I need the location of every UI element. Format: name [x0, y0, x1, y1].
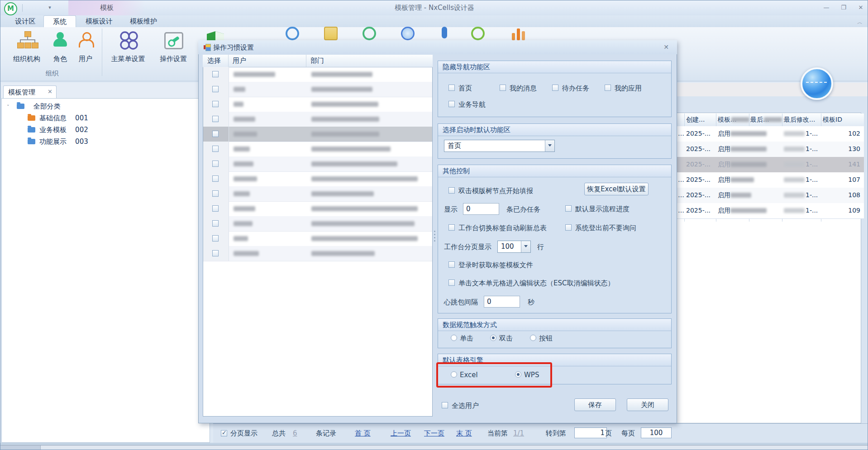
checkbox-dblclick-fill-label[interactable]: 双击模版树节点开始填报	[458, 187, 533, 195]
row-checkbox[interactable]	[212, 146, 219, 152]
checkbox-select-all-users[interactable]	[442, 402, 448, 408]
row-checkbox[interactable]	[212, 235, 219, 242]
tree-item-all-categories[interactable]: ˅ 全部分类	[7, 102, 61, 111]
user-row[interactable]	[203, 142, 432, 157]
chevron-down-icon[interactable]: ˅	[7, 104, 10, 110]
close-button[interactable]: ✕	[854, 4, 868, 12]
row-checkbox[interactable]	[212, 131, 219, 137]
paged-display-checkbox[interactable]	[221, 430, 227, 436]
checkbox-no-ask-logout-label[interactable]: 系统登出前不要询问	[575, 224, 636, 232]
org-structure-button[interactable]: 组织机构	[6, 28, 48, 66]
heartbeat-interval-input[interactable]	[484, 296, 520, 308]
radio-button-trigger-label[interactable]: 按钮	[539, 334, 553, 343]
tab-template-maintain[interactable]: 模板维护	[122, 15, 165, 27]
checkbox-home[interactable]	[448, 85, 455, 91]
row-checkbox[interactable]	[212, 71, 219, 77]
chevron-down-icon[interactable]	[521, 241, 530, 252]
checkbox-fetch-template[interactable]	[448, 261, 455, 268]
table-row[interactable]: … 2025-... 启用 1-... 102	[677, 126, 864, 142]
row-checkbox[interactable]	[212, 190, 219, 197]
prev-page-link[interactable]: 上一页	[391, 429, 411, 438]
col-user[interactable]: 用户	[233, 57, 246, 65]
user-row-selected[interactable]	[203, 127, 432, 142]
user-row[interactable]	[203, 97, 432, 112]
user-row[interactable]	[203, 112, 432, 127]
goto-page-input[interactable]	[574, 427, 607, 438]
checkbox-default-progress-label[interactable]: 默认显示流程进度	[575, 205, 630, 213]
checkbox-auto-refresh-label[interactable]: 工作台切换标签自动刷新总表	[458, 224, 547, 232]
checkbox-no-ask-logout[interactable]	[565, 224, 572, 231]
close-tab-icon[interactable]: ✕	[48, 88, 52, 95]
row-checkbox[interactable]	[212, 250, 219, 256]
row-checkbox[interactable]	[212, 116, 219, 122]
collapse-ribbon-icon[interactable]: ︿	[857, 19, 863, 26]
radio-single-click-label[interactable]: 单击	[460, 334, 473, 343]
table-row[interactable]: … 2025-... 启用 1-... 109	[677, 203, 864, 219]
row-checkbox[interactable]	[212, 161, 219, 167]
operation-settings-button[interactable]: 操作设置	[153, 28, 193, 66]
user-row[interactable]	[203, 216, 432, 232]
user-row[interactable]	[203, 246, 432, 261]
col-select[interactable]: 选择	[207, 57, 221, 65]
tab-template-design[interactable]: 模板设计	[77, 15, 121, 27]
checkbox-my-apps-label[interactable]: 我的应用	[615, 84, 642, 93]
user-row[interactable]	[203, 156, 432, 172]
user-row[interactable]	[203, 171, 432, 187]
checkbox-my-messages[interactable]	[500, 85, 506, 91]
startup-area-combobox[interactable]: 首页	[444, 140, 555, 152]
workbench-rows-combobox[interactable]: 100	[497, 241, 531, 253]
save-button[interactable]: 保存	[574, 398, 616, 411]
checkbox-click-edit[interactable]	[448, 279, 455, 286]
floating-assistant-ball[interactable]	[801, 67, 833, 100]
done-tasks-count-input[interactable]	[463, 203, 499, 215]
checkbox-click-edit-label[interactable]: 单击文本单元格进入编辑状态（ESC取消编辑状态）	[458, 279, 614, 288]
tab-template-management[interactable]: 模板管理 ✕	[3, 85, 57, 99]
row-checkbox[interactable]	[212, 175, 219, 182]
close-dialog-button[interactable]: 关闭	[627, 398, 668, 411]
row-checkbox[interactable]	[212, 205, 219, 212]
checkbox-select-all-users-label[interactable]: 全选用户	[452, 402, 479, 410]
checkbox-my-messages-label[interactable]: 我的消息	[510, 84, 537, 93]
user-row[interactable]	[203, 231, 432, 246]
user-row[interactable]	[203, 201, 432, 217]
table-row-selected[interactable]: 2025-... 启用 1-... 141	[677, 157, 864, 173]
next-page-link[interactable]: 下一页	[424, 429, 444, 438]
checkbox-dblclick-fill[interactable]	[448, 187, 455, 194]
table-row[interactable]: … 2025-... 启用 1-... 107	[677, 172, 864, 188]
tab-design-area[interactable]: 设计区	[7, 15, 43, 27]
user-button[interactable]: 用户	[73, 28, 98, 66]
user-row[interactable]	[203, 67, 432, 82]
checkbox-my-apps[interactable]	[605, 85, 611, 91]
radio-single-click[interactable]	[451, 335, 457, 341]
dialog-close-icon[interactable]: ✕	[662, 43, 670, 51]
tree-item-function-demo[interactable]: 功能展示 003	[28, 137, 88, 146]
table-row[interactable]: … 2025-... 启用 1-... 108	[677, 188, 864, 204]
taskbar-start-segment[interactable]	[0, 445, 41, 450]
restore-excel-defaults-button[interactable]: 恢复Excel默认设置	[584, 183, 649, 195]
minimize-button[interactable]: —	[820, 4, 833, 12]
checkbox-auto-refresh[interactable]	[448, 224, 455, 231]
checkbox-todo-tasks-label[interactable]: 待办任务	[562, 84, 589, 93]
last-page-link[interactable]: 末 页	[456, 429, 472, 438]
radio-double-click-label[interactable]: 双击	[499, 334, 513, 343]
dialog-title-bar[interactable]: 操作习惯设置 ✕	[198, 40, 677, 54]
col-created[interactable]: 创建...	[686, 116, 705, 124]
tab-system[interactable]: 系统	[43, 15, 76, 28]
restore-button[interactable]: ❐	[837, 4, 850, 12]
role-button[interactable]: 角色	[48, 28, 72, 66]
checkbox-default-progress[interactable]	[565, 205, 572, 212]
col-last-modified[interactable]: 最后修改...	[784, 116, 815, 124]
col-department[interactable]: 部门	[310, 57, 324, 65]
per-page-input[interactable]	[641, 427, 672, 438]
checkbox-fetch-template-label[interactable]: 登录时获取标签模板文件	[458, 261, 533, 270]
splitter-handle[interactable]	[433, 229, 436, 247]
paged-display-label[interactable]: 分页显示	[230, 429, 258, 438]
row-checkbox[interactable]	[212, 86, 219, 92]
checkbox-todo-tasks[interactable]	[552, 85, 558, 91]
checkbox-home-label[interactable]: 首页	[458, 84, 472, 93]
user-row[interactable]	[203, 186, 432, 202]
first-page-link[interactable]: 首 页	[355, 429, 371, 438]
main-menu-settings-button[interactable]: 主菜单设置	[105, 28, 151, 66]
row-checkbox[interactable]	[212, 101, 219, 107]
checkbox-business-nav[interactable]	[448, 101, 455, 107]
